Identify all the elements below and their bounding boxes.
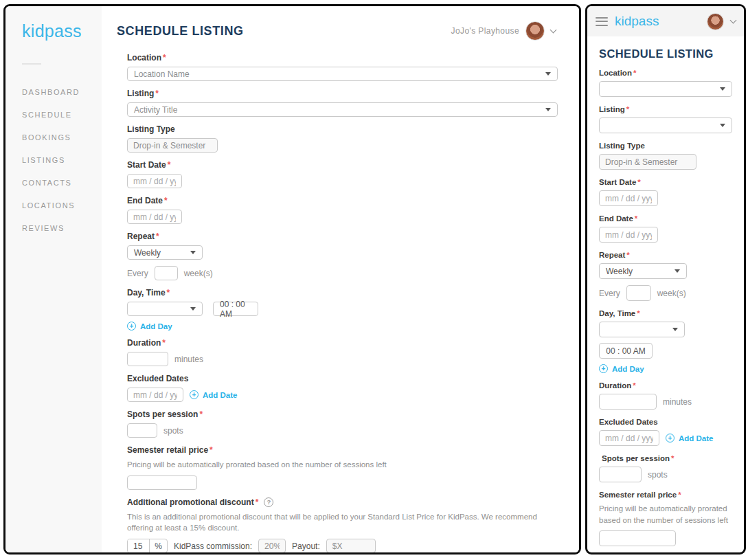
add-day-link[interactable]: + Add Day: [599, 364, 732, 373]
semester-price-input[interactable]: [599, 530, 676, 546]
payout-label: Payout:: [292, 541, 320, 551]
discount-input[interactable]: [128, 539, 149, 552]
add-day-link[interactable]: + Add Day: [127, 322, 558, 331]
duration-label: Duration*: [599, 381, 732, 390]
repeat-every-row: Every week(s): [599, 285, 732, 301]
duration-label: Duration*: [127, 338, 558, 348]
semester-price-help: Pricing will be automatically prorated b…: [127, 459, 558, 471]
plus-circle-icon: +: [666, 434, 675, 443]
avatar[interactable]: [525, 21, 545, 41]
promo-discount-label: Additional promotional discount* ?: [127, 497, 558, 507]
sidebar-item-locations[interactable]: LOCATIONS: [22, 201, 102, 210]
semester-price-input[interactable]: [127, 475, 197, 490]
spots-unit-label: spots: [648, 470, 668, 480]
repeat-select-value: Weekly: [134, 248, 190, 258]
location-select[interactable]: [599, 81, 732, 97]
spots-input[interactable]: [127, 423, 157, 438]
hamburger-icon[interactable]: [596, 17, 608, 26]
repeat-interval-input[interactable]: [155, 266, 178, 280]
schedule-form: Location* Location Name Listing* Activit…: [127, 53, 558, 552]
sidebar-item-listings[interactable]: LISTINGS: [22, 156, 102, 164]
promo-discount-help: This is an additional promotional discou…: [127, 511, 558, 534]
sidebar-item-dashboard[interactable]: DASHBOARD: [22, 88, 102, 96]
brand-logo[interactable]: kidpass: [22, 21, 102, 41]
time-input[interactable]: 00 : 00 AM: [213, 302, 258, 316]
end-date-label: End Date*: [127, 196, 558, 205]
location-label: Location*: [127, 53, 558, 63]
avatar[interactable]: [707, 13, 724, 30]
sidebar-nav: DASHBOARD SCHEDULE BOOKINGS LISTINGS CON…: [22, 88, 102, 232]
minutes-unit-label: minutes: [663, 397, 692, 407]
brand-logo[interactable]: kidpass: [615, 14, 700, 29]
excluded-dates-label: Excluded Dates: [127, 374, 558, 383]
sidebar-item-reviews[interactable]: REVIEWS: [22, 224, 102, 232]
repeat-select[interactable]: Weekly: [127, 245, 203, 260]
account-menu[interactable]: JoJo's Playhouse: [451, 21, 556, 41]
spots-field: Spots per session* spots: [127, 410, 558, 438]
excluded-dates-row: + Add Date: [599, 430, 732, 446]
semester-price-label: Semester retail price*: [127, 445, 558, 455]
add-day-label: Add Day: [140, 322, 172, 331]
time-input[interactable]: 00 : 00 AM: [599, 343, 653, 359]
listing-field: Listing*: [599, 105, 732, 133]
plus-circle-icon: +: [190, 390, 199, 399]
add-date-label: Add Date: [203, 391, 237, 399]
day-select[interactable]: [599, 322, 685, 337]
end-date-input[interactable]: [127, 210, 182, 224]
spots-unit-label: spots: [163, 426, 183, 436]
question-circle-icon[interactable]: ?: [264, 497, 273, 507]
percent-suffix: %: [149, 539, 167, 552]
day-time-row: 00 : 00 AM: [127, 302, 558, 316]
chevron-down-icon: [730, 16, 737, 23]
repeat-select[interactable]: Weekly: [599, 263, 687, 279]
day-select[interactable]: [127, 302, 203, 316]
spots-label: Spots per session*: [127, 410, 558, 419]
caret-down-icon: [672, 328, 678, 331]
listing-select[interactable]: [599, 117, 732, 133]
listing-type-label: Listing Type: [127, 124, 558, 134]
end-date-label: End Date*: [599, 214, 732, 223]
weeks-unit-label: week(s): [184, 269, 213, 278]
excluded-date-input[interactable]: [599, 430, 659, 446]
day-time-field: Day, Time* 00 : 00 AM + Add Day: [127, 288, 558, 331]
repeat-field: Repeat* Weekly Every week(s): [599, 251, 732, 301]
semester-price-field: Semester retail price* Pricing will be a…: [599, 491, 732, 546]
add-date-link[interactable]: + Add Date: [666, 434, 713, 443]
caret-down-icon: [545, 72, 551, 76]
commission-label: KidPass commission:: [174, 541, 252, 551]
start-date-label: Start Date*: [599, 178, 732, 186]
every-label: Every: [127, 269, 148, 278]
payout-value: [326, 539, 376, 552]
sidebar-item-bookings[interactable]: BOOKINGS: [22, 133, 102, 142]
listing-select[interactable]: Activity Title: [127, 102, 558, 117]
add-date-link[interactable]: + Add Date: [190, 390, 237, 399]
discount-percent-group: %: [127, 539, 168, 552]
caret-down-icon: [190, 307, 196, 311]
sidebar: kidpass DASHBOARD SCHEDULE BOOKINGS LIST…: [5, 6, 102, 552]
location-select[interactable]: Location Name: [127, 67, 558, 81]
spots-row: spots: [127, 423, 558, 438]
listing-type-input: [599, 154, 696, 170]
sidebar-item-contacts[interactable]: CONTACTS: [22, 179, 102, 187]
spots-input[interactable]: [599, 467, 642, 482]
promo-discount-row: % KidPass commission: Payout:: [127, 539, 558, 552]
start-date-input[interactable]: [599, 190, 658, 206]
time-value: 00 : 00 AM: [606, 346, 645, 356]
start-date-field: Start Date*: [599, 178, 732, 206]
location-label: Location*: [599, 69, 732, 77]
excluded-date-input[interactable]: [127, 388, 183, 402]
duration-input[interactable]: [127, 352, 168, 366]
listing-field: Listing* Activity Title: [127, 89, 558, 117]
add-day-label: Add Day: [612, 365, 644, 373]
every-label: Every: [599, 289, 620, 298]
repeat-field: Repeat* Weekly Every week(s): [127, 232, 558, 280]
end-date-input[interactable]: [599, 227, 658, 243]
spots-field: Spots per session* spots: [599, 454, 732, 482]
duration-input[interactable]: [599, 394, 657, 410]
start-date-input[interactable]: [127, 174, 182, 188]
repeat-interval-input[interactable]: [626, 285, 651, 301]
repeat-label: Repeat*: [127, 232, 558, 241]
sidebar-item-schedule[interactable]: SCHEDULE: [22, 111, 102, 119]
caret-down-icon: [720, 124, 725, 127]
excluded-dates-field: Excluded Dates + Add Date: [127, 374, 558, 402]
